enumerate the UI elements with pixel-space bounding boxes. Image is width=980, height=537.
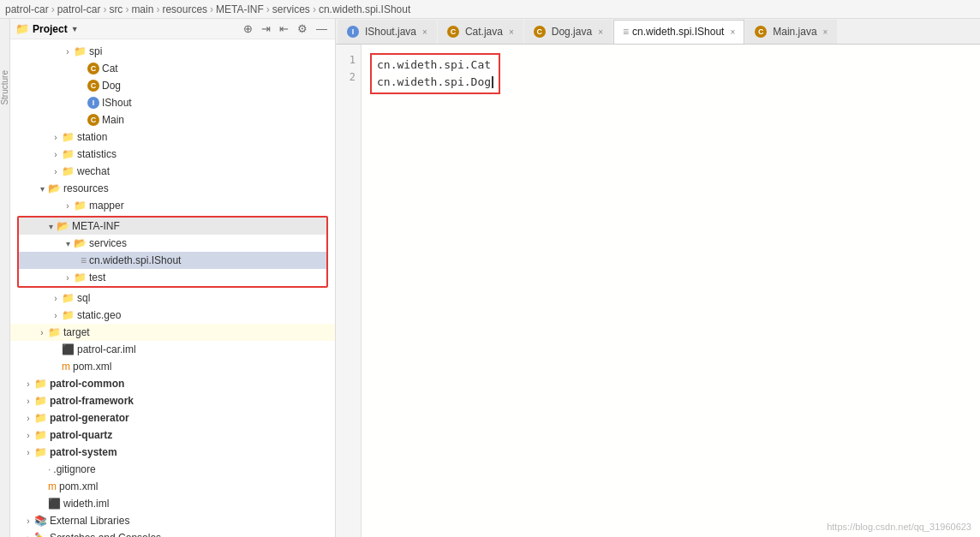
- xml-icon-pom-root: m: [48, 480, 57, 492]
- text-cursor: [492, 76, 493, 88]
- label-patrol-generator: patrol-generator: [50, 412, 129, 424]
- editor-area: I IShout.java × C Cat.java × C Dog.java …: [336, 19, 980, 537]
- arrow-target: ›: [36, 328, 48, 337]
- label-gitignore: .gitignore: [53, 463, 95, 475]
- tree-item-pom-xml-root[interactable]: m pom.xml: [10, 478, 335, 495]
- folder-icon-patrol-common: 📁: [34, 378, 47, 390]
- breadcrumb-item-3[interactable]: src: [109, 3, 122, 15]
- tree-item-resources[interactable]: ▾ 📂 resources: [10, 180, 335, 197]
- tree-item-ext-libraries[interactable]: › 📚 External Libraries: [10, 512, 335, 529]
- sidebar-action-collapse[interactable]: ⇤: [277, 21, 291, 36]
- code-editor[interactable]: cn.wideth.spi.Cat cn.wideth.spi.Dog: [362, 45, 980, 537]
- java-c-icon-dog: C: [87, 80, 99, 92]
- tree-item-patrol-quartz[interactable]: › 📁 patrol-quartz: [10, 427, 335, 444]
- breadcrumb: patrol-car › patrol-car › src › main › r…: [0, 0, 980, 19]
- tab-close-dog[interactable]: ×: [598, 27, 603, 37]
- tree-item-station[interactable]: › 📁 station: [10, 128, 335, 146]
- code-selection-box: cn.wideth.spi.Cat cn.wideth.spi.Dog: [370, 53, 500, 94]
- folder-icon-spi: 📁: [74, 45, 87, 57]
- tree-item-spi[interactable]: › 📁 spi: [10, 43, 335, 60]
- label-resources: resources: [63, 182, 109, 194]
- tree-item-cat[interactable]: C Cat: [10, 60, 335, 77]
- tree-item-meta-inf[interactable]: ▾ 📂 META-INF: [19, 218, 326, 235]
- arrow-patrol-generator: ›: [22, 414, 34, 423]
- sidebar-action-align[interactable]: ⇥: [259, 21, 273, 36]
- tab-icon-ishout: I: [347, 26, 359, 38]
- tab-dog[interactable]: C Dog.java ×: [524, 20, 612, 44]
- tree-item-target[interactable]: › 📁 target: [10, 324, 335, 341]
- tree-item-ishout[interactable]: I IShout: [10, 94, 335, 111]
- breadcrumb-item-2[interactable]: patrol-car: [57, 3, 101, 15]
- folder-icon-patrol-quartz: 📁: [34, 429, 47, 441]
- arrow-test: ›: [62, 273, 74, 283]
- label-pom-xml-patrol: pom.xml: [73, 361, 111, 373]
- tree-item-dog[interactable]: C Dog: [10, 77, 335, 94]
- project-title: Project: [33, 23, 68, 35]
- breadcrumb-item-8[interactable]: cn.wideth.spi.IShout: [319, 3, 410, 15]
- arrow-spi: ›: [62, 47, 74, 57]
- tab-ishout[interactable]: I IShout.java ×: [338, 20, 437, 44]
- tab-close-main[interactable]: ×: [823, 27, 828, 37]
- tree-item-services[interactable]: ▾ 📂 services: [19, 235, 326, 252]
- java-c-icon-main: C: [87, 114, 99, 126]
- line-numbers: 1 2: [336, 45, 362, 537]
- file-icon-cnwideth: ≡: [81, 254, 87, 266]
- tree-item-cnwideth[interactable]: ≡ cn.wideth.spi.IShout: [19, 252, 326, 269]
- tree-item-wechat[interactable]: › 📁 wechat: [10, 163, 335, 180]
- project-header[interactable]: 📁 Project ▼ ⊕ ⇥ ⇤ ⚙ —: [10, 19, 335, 39]
- folder-icon-wechat: 📁: [62, 165, 75, 177]
- gitignore-icon: ·: [48, 463, 51, 475]
- java-i-icon-ishout: I: [87, 97, 99, 109]
- folder-icon-mapper: 📁: [74, 200, 87, 212]
- label-ext-libraries: External Libraries: [50, 515, 129, 527]
- breadcrumb-item-1[interactable]: patrol-car: [5, 3, 49, 15]
- tree-item-sql[interactable]: › 📁 sql: [10, 289, 335, 307]
- label-mapper: mapper: [89, 200, 124, 212]
- tree-item-gitignore[interactable]: · .gitignore: [10, 461, 335, 478]
- tab-cat[interactable]: C Cat.java ×: [438, 20, 523, 44]
- breadcrumb-item-5[interactable]: resources: [162, 3, 207, 15]
- label-patrol-quartz: patrol-quartz: [50, 429, 112, 441]
- tree-item-wideth-iml[interactable]: ⬛ wideth.iml: [10, 495, 335, 512]
- tab-label-main: Main.java: [773, 26, 816, 38]
- label-main: Main: [102, 114, 124, 126]
- folder-icon-target: 📁: [48, 326, 61, 338]
- breadcrumb-item-4[interactable]: main: [131, 3, 153, 15]
- tree-item-patrol-car-iml[interactable]: ⬛ patrol-car.iml: [10, 341, 335, 358]
- tab-close-ishout[interactable]: ×: [422, 27, 427, 37]
- tree-item-patrol-framework[interactable]: › 📁 patrol-framework: [10, 392, 335, 409]
- tab-close-cat[interactable]: ×: [509, 27, 514, 37]
- arrow-patrol-common: ›: [22, 379, 34, 389]
- folder-icon-test: 📁: [74, 271, 87, 283]
- tab-cnwideth[interactable]: ≡ cn.wideth.spi.IShout ×: [613, 20, 744, 44]
- folder-icon-patrol-system: 📁: [34, 446, 47, 458]
- tree-item-main[interactable]: C Main: [10, 111, 335, 128]
- side-strip: Structure: [0, 19, 10, 537]
- breadcrumb-item-7[interactable]: services: [272, 3, 310, 15]
- tree-item-pom-xml-patrol[interactable]: m pom.xml: [10, 358, 335, 375]
- tab-main[interactable]: C Main.java ×: [745, 20, 837, 44]
- tree-item-mapper[interactable]: › 📁 mapper: [10, 197, 335, 214]
- watermark: https://blog.csdn.net/qq_31960623: [827, 522, 971, 532]
- tree-item-statistics[interactable]: › 📁 statistics: [10, 146, 335, 163]
- tab-close-cnwideth[interactable]: ×: [730, 27, 735, 37]
- sidebar: 📁 Project ▼ ⊕ ⇥ ⇤ ⚙ — › 📁 spi C Cat: [10, 19, 336, 537]
- sidebar-action-settings[interactable]: ⚙: [295, 21, 310, 36]
- editor-content[interactable]: 1 2 cn.wideth.spi.Cat cn.wideth.spi.Dog …: [336, 45, 980, 537]
- sidebar-action-minimize[interactable]: —: [314, 21, 330, 36]
- label-patrol-system: patrol-system: [50, 446, 117, 458]
- tree-item-patrol-generator[interactable]: › 📁 patrol-generator: [10, 409, 335, 427]
- project-dropdown-arrow[interactable]: ▼: [71, 25, 79, 33]
- tree-item-patrol-common[interactable]: › 📁 patrol-common: [10, 375, 335, 392]
- tree-item-static-geo[interactable]: › 📁 static.geo: [10, 307, 335, 324]
- sidebar-action-add[interactable]: ⊕: [241, 21, 255, 36]
- breadcrumb-item-6[interactable]: META-INF: [216, 3, 264, 15]
- tab-label-dog: Dog.java: [552, 26, 592, 38]
- tree-item-test[interactable]: › 📁 test: [19, 269, 326, 286]
- tab-icon-cat: C: [447, 26, 459, 38]
- label-pom-xml-root: pom.xml: [59, 480, 98, 492]
- tree-item-patrol-system[interactable]: › 📁 patrol-system: [10, 444, 335, 461]
- code-line-2: cn.wideth.spi.Dog: [377, 74, 493, 91]
- tree-item-scratches[interactable]: › ✏️ Scratches and Consoles: [10, 529, 335, 537]
- arrow-statistics: ›: [50, 150, 62, 159]
